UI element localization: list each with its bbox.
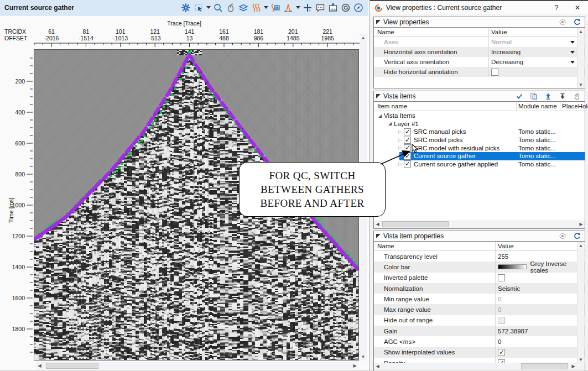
scroll-up-icon[interactable]: ▲ <box>577 28 584 35</box>
import-up-icon[interactable] <box>543 91 554 102</box>
mouse-pick-icon[interactable] <box>225 2 236 13</box>
hscroll-left-icon[interactable]: ◀ <box>374 363 381 370</box>
module-name: Tomo static... <box>518 128 556 135</box>
property-row[interactable]: Inverted palette <box>374 273 585 283</box>
tree-item-checkbox[interactable] <box>404 153 411 160</box>
property-row[interactable]: Color barGrey Inverse scales <box>374 262 585 272</box>
tree-expanded-icon[interactable]: ◢ <box>378 113 384 118</box>
reset-undo-icon[interactable] <box>571 17 582 28</box>
property-row[interactable]: Show interpolated values <box>374 347 585 358</box>
hscroll-thumb[interactable] <box>521 363 568 369</box>
property-row[interactable]: NormalizationSeismic <box>374 283 585 294</box>
column-header: Name <box>374 243 394 249</box>
seismic-hscroll-left-icon[interactable]: ◀ <box>36 362 43 369</box>
check-icon[interactable] <box>514 91 525 102</box>
pick-mouse-icon[interactable] <box>571 91 582 102</box>
target-icon[interactable] <box>557 17 568 28</box>
comment-bubble-icon[interactable] <box>315 2 326 13</box>
seismic-hscroll-right-icon[interactable]: ▶ <box>351 362 358 369</box>
tree-item-checkbox[interactable] <box>404 160 411 168</box>
tree-collapsed-icon[interactable]: ▷ <box>398 129 404 134</box>
vista-items-hscroll-left-icon[interactable]: ◀ <box>374 221 381 228</box>
export-image-icon[interactable] <box>327 2 339 13</box>
colorbar-swatch[interactable] <box>498 264 527 269</box>
vista-items-hscroll-thumb[interactable] <box>382 221 449 227</box>
property-value[interactable]: Increasing <box>491 49 521 55</box>
seismic-vscroll-down-icon[interactable]: ▼ <box>360 353 367 360</box>
column-header: Value <box>491 29 507 35</box>
property-row[interactable]: Max range value0 <box>374 304 585 315</box>
wiggle-traces-dropdown-icon[interactable] <box>263 2 268 13</box>
time-tick-label: 1400 <box>0 264 25 270</box>
tree-item-current-source-gather-applied[interactable]: ▷Current source gather appliedTomo stati… <box>374 160 585 169</box>
tree-item-vista-items[interactable]: ◢Vista Items <box>374 112 585 120</box>
tree-item-layer-1[interactable]: ◢Layer #1 <box>374 120 585 128</box>
region-select-dropdown-icon[interactable] <box>206 2 211 13</box>
property-row[interactable]: Hide horizontal annotation <box>374 67 585 77</box>
tree-item-label: SRC manual picks <box>414 128 466 135</box>
tree-expanded-icon[interactable]: ◢ <box>388 121 394 126</box>
checkbox[interactable] <box>498 349 505 356</box>
tree-item-checkbox[interactable] <box>404 137 411 144</box>
property-row[interactable]: Vertical axis orientationDecreasing <box>374 57 585 67</box>
view-properties-header[interactable]: View properties <box>374 17 585 28</box>
export-down-icon[interactable] <box>557 91 568 102</box>
property-row[interactable]: Horizontal axis orientationIncreasing <box>374 47 585 57</box>
zoom-at-icon[interactable] <box>340 2 351 13</box>
property-row[interactable]: Min range value0 <box>374 294 585 304</box>
dropdown-caret-icon[interactable] <box>570 41 575 44</box>
settings-gear-icon[interactable] <box>180 2 191 13</box>
dropdown-caret-icon[interactable] <box>570 61 575 64</box>
layers-icon[interactable] <box>238 2 249 13</box>
histogram-dropdown-icon[interactable] <box>295 2 300 13</box>
property-value[interactable]: Decreasing <box>491 59 523 65</box>
tree-collapsed-icon[interactable]: ▷ <box>398 145 404 150</box>
view-properties-scrollbar[interactable]: ▲ ▼ <box>577 28 584 88</box>
offset-tick-label: -2016 <box>35 35 68 41</box>
scroll-up-icon[interactable]: ▲ <box>577 242 584 249</box>
property-row[interactable]: AxesNormal <box>374 37 585 47</box>
vista-items-hscroll-right-icon[interactable]: ▶ <box>577 221 585 228</box>
tree-item-checkbox[interactable] <box>404 144 411 151</box>
time-tick-label: 600 <box>0 140 25 147</box>
wiggle-grid-icon[interactable] <box>270 2 281 13</box>
checkbox[interactable] <box>498 317 505 324</box>
histogram-icon[interactable] <box>283 2 294 13</box>
tree-item-src-model-with-residual-picks[interactable]: ▷SRC model with residual picksTomo stati… <box>374 144 585 152</box>
seismic-vscroll-up-icon[interactable]: ▲ <box>360 34 367 41</box>
offset-tick-label: 13 <box>173 35 206 41</box>
vista-items-header[interactable]: Vista items <box>374 91 585 102</box>
property-row[interactable]: Gain572.38987 <box>374 326 585 336</box>
vista-item-properties-scrollbar[interactable]: ▲ ▼ <box>577 242 584 363</box>
dropdown-caret-icon[interactable] <box>570 51 575 54</box>
vista-item-properties-header[interactable]: Vista item properties <box>374 231 585 242</box>
reset-undo-icon[interactable] <box>571 231 582 242</box>
seismic-hscroll-thumb[interactable] <box>46 363 98 369</box>
hscroll-right-icon[interactable]: ▶ <box>570 363 577 370</box>
zoom-magnifier-icon[interactable] <box>212 2 223 13</box>
tree-item-checkbox[interactable] <box>404 128 411 135</box>
property-value[interactable]: Normal <box>491 39 512 45</box>
region-select-icon[interactable] <box>193 2 204 13</box>
tree-collapsed-icon[interactable]: ▷ <box>398 161 404 166</box>
callout-line: BETWEEN GATHERS <box>261 182 364 196</box>
help-button[interactable]: ? <box>550 2 563 13</box>
tree-item-current-source-gather[interactable]: ▷Current source gatherTomo static... <box>374 152 585 160</box>
tree-item-src-model-picks[interactable]: ▷SRC model picksTomo static... <box>374 136 585 144</box>
tree-item-src-manual-picks[interactable]: ▷SRC manual picksTomo static... <box>374 128 585 136</box>
checkbox[interactable] <box>491 69 498 76</box>
copy-items-icon[interactable] <box>528 91 539 102</box>
checkbox[interactable] <box>498 274 505 281</box>
tree-collapsed-icon[interactable]: ▷ <box>398 138 404 143</box>
property-name: Hide out of range <box>374 317 433 323</box>
scroll-down-icon[interactable]: ▼ <box>577 356 584 363</box>
target-icon[interactable] <box>557 231 568 242</box>
compass-icon[interactable] <box>353 2 364 13</box>
property-row[interactable]: Hide out of range <box>374 315 585 326</box>
property-row[interactable]: AGC <ms>0 <box>374 336 585 347</box>
scroll-down-icon[interactable]: ▼ <box>577 81 584 88</box>
wiggle-traces-icon[interactable] <box>251 2 262 13</box>
tree-collapsed-icon[interactable]: ▷ <box>398 154 404 159</box>
close-button[interactable]: ✕ <box>571 2 584 13</box>
crosshair-track-icon[interactable] <box>302 2 313 13</box>
